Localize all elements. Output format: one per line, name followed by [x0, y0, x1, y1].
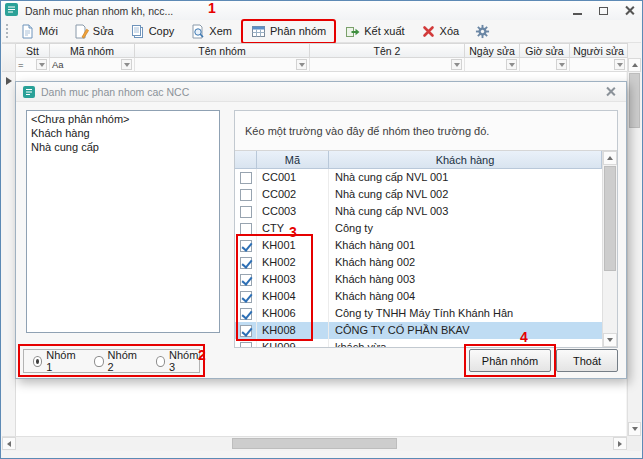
horizontal-scroll-thumb[interactable] — [232, 438, 397, 449]
row-checkbox[interactable] — [240, 206, 252, 218]
row-code-cell: CC003 — [257, 203, 329, 220]
annotation-label-4: 4 — [520, 330, 528, 344]
grid-corner-cell — [2, 43, 16, 72]
filter-cell-ma-nhom[interactable]: Aa — [50, 58, 135, 72]
filter-icon[interactable] — [614, 59, 625, 70]
filter-cell-stt[interactable]: = — [16, 58, 50, 72]
vertical-scrollbar[interactable] — [627, 58, 641, 436]
new-document-icon — [20, 24, 35, 39]
filter-equals-label: = — [18, 59, 24, 70]
checkbox-column-header[interactable] — [235, 151, 257, 169]
scroll-down-button[interactable] — [628, 422, 641, 436]
table-row[interactable]: CC002 Nhà cung cấp NVL 002 — [235, 186, 602, 203]
row-checkbox[interactable] — [240, 274, 252, 286]
filter-cell-ngay-sua[interactable] — [465, 58, 520, 72]
scroll-down-button[interactable] — [603, 333, 617, 347]
table-row[interactable]: KH003 Khách hàng 003 — [235, 271, 602, 288]
table-row[interactable]: KH009 khách vừa — [235, 339, 602, 347]
close-button[interactable] — [616, 1, 642, 20]
new-button[interactable]: Mới — [13, 21, 65, 42]
filter-aa-label: Aa — [52, 59, 64, 70]
copy-icon — [130, 24, 145, 39]
row-checkbox[interactable] — [240, 325, 252, 337]
scroll-left-button[interactable] — [2, 437, 16, 450]
dialog-vertical-scrollbar[interactable] — [602, 151, 617, 347]
row-checkbox[interactable] — [240, 257, 252, 269]
delete-icon — [421, 24, 436, 39]
radio-nhom-1[interactable]: Nhóm 1 — [33, 349, 77, 373]
filter-icon[interactable] — [506, 59, 517, 70]
row-code-cell: KH009 — [257, 339, 329, 347]
column-header-gio-sua[interactable]: Giờ sửa — [520, 43, 570, 58]
main-window: Danh muc phan nhom kh, ncc... Mới Sửa Co… — [0, 0, 643, 459]
dialog-close-button[interactable] — [601, 84, 619, 100]
export-icon — [345, 24, 360, 39]
list-item-nha-cung-cap[interactable]: Nhà cung cấp — [31, 140, 215, 154]
row-checkbox[interactable] — [240, 223, 252, 235]
column-header-nguoi-sua[interactable]: Người sửa — [570, 43, 628, 58]
row-checkbox[interactable] — [240, 189, 252, 201]
scroll-up-button[interactable] — [628, 58, 641, 72]
filter-cell-nguoi-sua[interactable] — [570, 58, 628, 72]
group-listbox[interactable]: <Chưa phân nhóm> Khách hàng Nhà cung cấp — [26, 110, 220, 333]
filter-icon[interactable] — [296, 59, 307, 70]
row-checkbox[interactable] — [240, 308, 252, 320]
settings-button[interactable] — [468, 21, 497, 42]
edit-button[interactable]: Sửa — [67, 21, 121, 42]
vertical-scroll-thumb[interactable] — [629, 73, 640, 128]
table-row[interactable]: KH002 Khách hàng 002 — [235, 254, 602, 271]
filter-icon[interactable] — [556, 59, 567, 70]
filter-icon[interactable] — [451, 59, 462, 70]
window-bottom-edge — [2, 451, 641, 457]
annotation-label-2: 2 — [198, 348, 206, 362]
column-header-ma[interactable]: Mã — [257, 151, 329, 169]
phan-nhom-button[interactable]: Phân nhóm — [469, 349, 551, 372]
scroll-right-button[interactable] — [613, 437, 627, 450]
column-header-khach-hang[interactable]: Khách hàng — [329, 151, 602, 169]
thoat-button[interactable]: Thoát — [556, 349, 618, 372]
filter-cell-gio-sua[interactable] — [520, 58, 570, 72]
export-button-label: Kết xuất — [364, 25, 404, 37]
row-code-cell: CC002 — [257, 186, 329, 203]
row-checkbox[interactable] — [240, 240, 252, 252]
radio-nhom-2[interactable]: Nhóm 2 — [94, 349, 138, 373]
filter-icon[interactable] — [36, 59, 47, 70]
copy-button[interactable]: Copy — [123, 21, 182, 42]
scroll-up-button[interactable] — [603, 151, 617, 165]
column-header-ngay-sua[interactable]: Ngày sửa — [465, 43, 520, 58]
row-name-cell: CÔNG TY CỔ PHẦN BKAV — [329, 322, 602, 339]
row-name-cell: Nhà cung cấp NVL 001 — [329, 169, 602, 186]
column-header-ten-nhom[interactable]: Tên nhóm — [135, 43, 310, 58]
radio-nhom-3[interactable]: Nhóm 3 — [156, 349, 200, 373]
table-row[interactable]: KH006 Công ty TNHH Máy Tính Khánh Hân — [235, 305, 602, 322]
table-row[interactable]: CC001 Nhà cung cấp NVL 001 — [235, 169, 602, 186]
column-header-ma-nhom[interactable]: Mã nhóm — [50, 43, 135, 58]
row-checkbox[interactable] — [240, 291, 252, 303]
table-row[interactable]: KH004 Khách hàng 004 — [235, 288, 602, 305]
dialog-scroll-thumb[interactable] — [604, 166, 616, 271]
list-item-khach-hang[interactable]: Khách hàng — [31, 126, 215, 140]
radio-nhom-1-label: Nhóm 1 — [46, 349, 77, 373]
row-name-cell: Khách hàng 004 — [329, 288, 602, 305]
row-checkbox[interactable] — [240, 172, 252, 184]
filter-cell-ten-nhom[interactable] — [135, 58, 310, 72]
column-header-stt[interactable]: Stt — [16, 43, 50, 58]
column-header-ten-2[interactable]: Tên 2 — [310, 43, 465, 58]
delete-button[interactable]: Xóa — [414, 21, 467, 42]
view-button[interactable]: Xem — [183, 21, 239, 42]
table-row[interactable]: CC003 Nhà cung cấp NVL 003 — [235, 203, 602, 220]
horizontal-scrollbar[interactable] — [2, 436, 627, 451]
minimize-button[interactable] — [564, 1, 590, 20]
list-item-chua-phan-nhom[interactable]: <Chưa phân nhóm> — [31, 112, 215, 126]
row-name-cell: Khách hàng 001 — [329, 237, 602, 254]
group-by-hint[interactable]: Kéo một trường vào đây để nhóm theo trườ… — [235, 111, 617, 151]
phan-nhom-toolbar-button[interactable]: Phân nhóm — [244, 21, 333, 42]
table-row[interactable]: KH008 CÔNG TY CỔ PHẦN BKAV — [235, 322, 602, 339]
filter-icon[interactable] — [121, 59, 132, 70]
maximize-icon — [599, 7, 608, 15]
filter-cell-ten-2[interactable] — [310, 58, 465, 72]
row-checkbox[interactable] — [240, 342, 252, 348]
export-button[interactable]: Kết xuất — [338, 21, 411, 42]
row-indicator-column — [2, 72, 16, 436]
maximize-button[interactable] — [590, 1, 616, 20]
